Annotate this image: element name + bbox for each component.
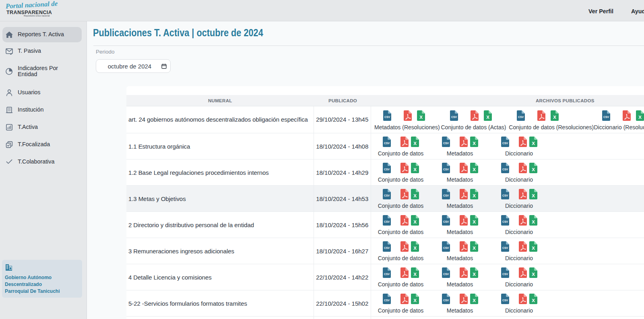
svg-text:X: X: [413, 298, 417, 303]
svg-text:X: X: [473, 141, 476, 146]
svg-text:X: X: [413, 272, 417, 277]
svg-text:X: X: [473, 220, 476, 224]
svg-text:CSV: CSV: [443, 142, 449, 145]
svg-text:CSV: CSV: [502, 299, 508, 302]
svg-text:X: X: [532, 272, 535, 277]
svg-text:CSV: CSV: [384, 299, 390, 302]
svg-text:X: X: [638, 115, 642, 120]
svg-text:X: X: [532, 298, 535, 303]
svg-text:X: X: [532, 141, 535, 146]
svg-text:CSV: CSV: [518, 116, 524, 118]
svg-text:X: X: [413, 220, 417, 224]
svg-text:CSV: CSV: [502, 220, 508, 223]
svg-text:X: X: [532, 167, 535, 172]
svg-text:CSV: CSV: [502, 168, 508, 171]
svg-text:CSV: CSV: [384, 116, 390, 118]
svg-text:CSV: CSV: [443, 299, 449, 302]
svg-text:X: X: [473, 167, 476, 172]
svg-text:CSV: CSV: [603, 116, 609, 118]
svg-text:CSV: CSV: [384, 142, 390, 145]
svg-text:X: X: [473, 272, 476, 277]
svg-text:CSV: CSV: [502, 273, 508, 276]
svg-text:CSV: CSV: [384, 220, 390, 223]
svg-text:X: X: [419, 115, 423, 120]
svg-text:CSV: CSV: [443, 273, 449, 276]
svg-text:CSV: CSV: [384, 194, 390, 197]
svg-text:X: X: [473, 246, 476, 251]
svg-text:X: X: [413, 246, 417, 251]
svg-text:CSV: CSV: [443, 168, 449, 171]
svg-text:CSV: CSV: [384, 246, 390, 249]
svg-text:X: X: [413, 193, 417, 198]
svg-text:CSV: CSV: [451, 116, 457, 118]
svg-text:X: X: [473, 298, 476, 303]
svg-text:X: X: [413, 167, 417, 172]
svg-text:X: X: [473, 193, 476, 198]
svg-text:CSV: CSV: [384, 168, 390, 171]
svg-text:CSV: CSV: [443, 220, 449, 223]
svg-text:CSV: CSV: [384, 273, 390, 276]
svg-text:X: X: [532, 246, 535, 251]
svg-text:X: X: [413, 141, 417, 146]
svg-text:CSV: CSV: [502, 142, 508, 145]
svg-text:CSV: CSV: [502, 246, 508, 249]
svg-text:X: X: [532, 193, 535, 198]
svg-text:CSV: CSV: [502, 194, 508, 197]
svg-text:CSV: CSV: [443, 194, 449, 197]
svg-text:X: X: [553, 115, 556, 120]
svg-text:CSV: CSV: [443, 246, 449, 249]
svg-text:X: X: [532, 220, 535, 224]
svg-text:X: X: [486, 115, 489, 120]
